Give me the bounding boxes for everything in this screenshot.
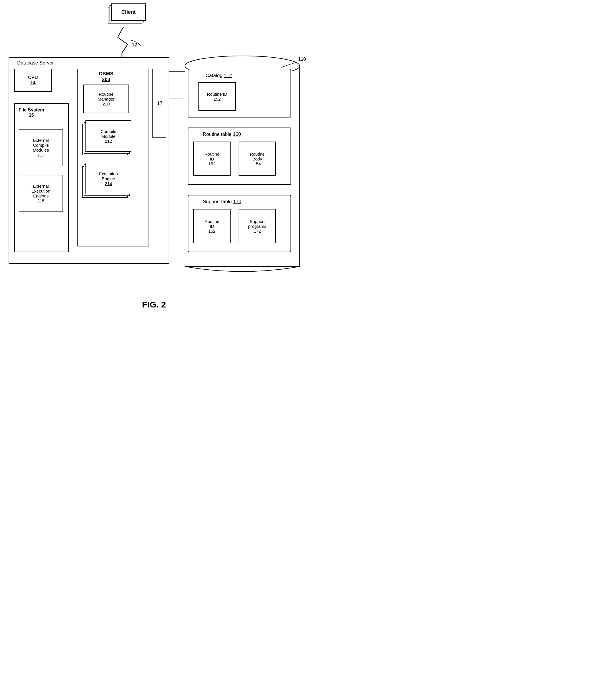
cpu-num: 14 xyxy=(31,80,36,86)
support-table-label: Support table 170 xyxy=(203,199,241,205)
label-110: 110 xyxy=(298,57,306,62)
ext-exec-box: ExternalExecutionEngines 215 xyxy=(19,175,63,212)
svg-line-5 xyxy=(122,44,127,53)
file-system-label: File System 16 xyxy=(19,107,44,118)
label-12: 12 xyxy=(132,42,137,48)
ext-compile-box: ExternalCompileModules 213 xyxy=(19,129,63,166)
routine-table-label: Routine table 160 xyxy=(203,131,241,137)
execution-engine-num: 214 xyxy=(105,181,112,186)
routine-table-box: Routine table 160 RoutineID 152 RoutineB… xyxy=(188,127,291,185)
catalog-box: Catalog 112 Routine ID 152 xyxy=(188,69,291,117)
client-box: Client xyxy=(111,3,146,21)
ext-exec-num: 215 xyxy=(37,198,44,203)
cpu-label: CPU xyxy=(28,75,38,80)
routine-mgr-num: 210 xyxy=(102,102,110,106)
ext-compile-num: 213 xyxy=(37,153,44,157)
support-table-box: Support table 170 RoutineID 152 Supportp… xyxy=(188,195,291,252)
routine-id-st-box: RoutineID 152 xyxy=(193,209,230,243)
routine-id-rt-box: RoutineID 152 xyxy=(193,142,230,176)
svg-line-2 xyxy=(281,62,298,67)
compile-module-box: CompileModule 212 xyxy=(86,120,131,152)
svg-line-4 xyxy=(117,37,127,44)
routine-manager-box: RoutineManager 210 xyxy=(83,84,129,113)
ext-exec-label: ExternalExecutionEngines xyxy=(32,184,50,198)
connector-label-17: 17 xyxy=(157,101,162,106)
catalog-label: Catalog 112 xyxy=(206,73,232,78)
execution-engine-label: ExecutionEngine xyxy=(99,171,118,181)
client-label: Client xyxy=(121,9,136,15)
figure-label: FIG. 2 xyxy=(142,300,166,309)
compile-module-label: CompileModule xyxy=(100,129,116,139)
routine-id-catalog-box: Routine ID 152 xyxy=(198,82,236,111)
routine-mgr-label: RoutineManager xyxy=(98,92,114,102)
db-server-label: Database Server xyxy=(17,60,54,66)
dbms-label: DBMS 200 xyxy=(99,71,113,82)
execution-engine-box: ExecutionEngine 214 xyxy=(86,163,131,194)
compile-module-num: 212 xyxy=(105,139,112,144)
ext-compile-label: ExternalCompileModules xyxy=(33,138,49,153)
support-programs-box: Supportprograms 172 xyxy=(239,209,276,243)
diagram: 11 ↙ Client 12 Database Server CPU 14 Fi… xyxy=(0,0,308,321)
routine-id-catalog-label: Routine ID xyxy=(207,92,227,97)
routine-body-box: RoutineBody 154 xyxy=(239,142,276,176)
cpu-box: CPU 14 xyxy=(14,69,52,92)
svg-line-3 xyxy=(117,27,123,37)
routine-id-catalog-num: 152 xyxy=(213,97,220,102)
